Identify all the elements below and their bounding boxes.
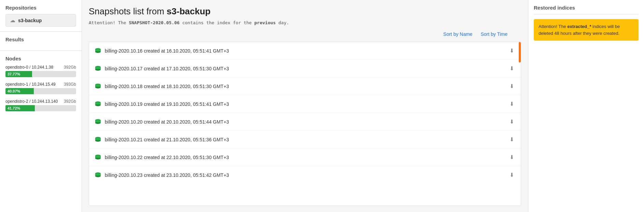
title-from: from [146, 6, 167, 16]
snapshot-name: billing-2020.10.19 created at 19.10.2020… [105, 101, 229, 107]
snapshots-container: billing-2020.10.16 created at 16.10.2020… [89, 42, 521, 184]
node-name: opendistro-1 / 10.244.15.49 [5, 82, 56, 87]
svg-point-23 [95, 138, 101, 140]
sort-by-time-button[interactable]: Sort by Time [476, 30, 512, 38]
progress-bar-bg: 40.07% [5, 88, 76, 94]
right-panel-title: Restored indices [534, 5, 639, 14]
database-icon [95, 136, 101, 143]
warning-prefix: Attention! The [539, 24, 566, 29]
main-content: Snapshots list from s3-backup Attention!… [82, 0, 528, 212]
database-icon [95, 65, 101, 72]
progress-label: 37.77% [8, 72, 20, 76]
nodes-title: Nodes [5, 56, 76, 61]
snapshot-row: billing-2020.10.21 created at 21.10.2020… [89, 131, 521, 149]
scroll-indicator [519, 42, 521, 62]
node-item: opendistro-1 / 10.244.15.49 393Gb 40.07% [5, 82, 76, 94]
snapshot-left: billing-2020.10.19 created at 19.10.2020… [95, 101, 229, 108]
page-title: Snapshots list from s3-backup [89, 6, 521, 17]
snapshot-name: billing-2020.10.20 created at 20.10.2020… [105, 119, 229, 125]
results-section: Results [0, 32, 82, 51]
snapshots-list: billing-2020.10.16 created at 16.10.2020… [89, 42, 521, 206]
snapshot-name: billing-2020.10.21 created at 21.10.2020… [105, 137, 229, 142]
results-title: Results [5, 37, 76, 42]
snapshot-name: billing-2020.10.18 created at 18.10.2020… [105, 84, 229, 89]
svg-point-15 [95, 102, 101, 104]
snapshot-left: billing-2020.10.22 created at 22.10.2020… [95, 154, 229, 161]
progress-bar-bg: 41.72% [5, 105, 76, 111]
snapshot-row: billing-2020.10.20 created at 20.10.2020… [89, 113, 521, 131]
download-icon[interactable]: ⬇ [508, 170, 515, 180]
sidebar: Repositories ☁ s3-backup Results Nodes o… [0, 0, 82, 212]
node-item: opendistro-2 / 10.244.13.140 392Gb 41.72… [5, 99, 76, 111]
svg-point-7 [95, 67, 101, 69]
node-size: 392Gb [64, 99, 76, 104]
progress-bar-bg: 37.77% [5, 71, 76, 77]
snapshot-name: billing-2020.10.22 created at 22.10.2020… [105, 155, 229, 160]
title-prefix: Snapshots list [89, 6, 144, 16]
snapshot-row: billing-2020.10.16 created at 16.10.2020… [89, 42, 521, 60]
attention-banner: Attention! The SNAPSHOT-2020.05.06 conta… [89, 20, 521, 25]
snapshot-row: billing-2020.10.23 created at 23.10.2020… [89, 166, 521, 184]
snapshot-row: billing-2020.10.22 created at 22.10.2020… [89, 149, 521, 166]
node-header: opendistro-2 / 10.244.13.140 392Gb [5, 99, 76, 104]
snapshot-name: billing-2020.10.16 created at 16.10.2020… [105, 48, 229, 54]
snapshot-left: billing-2020.10.21 created at 21.10.2020… [95, 136, 229, 143]
database-icon [95, 154, 101, 161]
download-icon[interactable]: ⬇ [508, 153, 515, 162]
cloud-icon: ☁ [10, 17, 15, 24]
snapshot-left: billing-2020.10.23 created at 23.10.2020… [95, 172, 229, 179]
progress-label: 40.07% [8, 89, 20, 93]
snapshot-name: billing-2020.10.17 created at 17.10.2020… [105, 66, 229, 71]
sort-bar: Sort by Name Sort by Time [89, 30, 521, 38]
snapshot-left: billing-2020.10.17 created at 17.10.2020… [95, 65, 229, 72]
svg-point-31 [95, 173, 101, 175]
download-icon[interactable]: ⬇ [508, 117, 515, 126]
warning-highlight: extracted_* [567, 24, 591, 29]
snapshot-left: billing-2020.10.20 created at 20.10.2020… [95, 118, 229, 125]
svg-point-11 [95, 85, 101, 87]
download-icon[interactable]: ⬇ [508, 64, 515, 73]
node-size: 393Gb [64, 82, 76, 87]
node-header: opendistro-1 / 10.244.15.49 393Gb [5, 82, 76, 87]
snapshot-row: billing-2020.10.19 created at 19.10.2020… [89, 95, 521, 113]
download-icon[interactable]: ⬇ [508, 99, 515, 109]
snapshot-row: billing-2020.10.17 created at 17.10.2020… [89, 60, 521, 77]
sort-by-name-button[interactable]: Sort by Name [439, 30, 477, 38]
repo-item[interactable]: ☁ s3-backup [5, 14, 76, 27]
database-icon [95, 118, 101, 125]
repo-name: s3-backup [18, 18, 42, 23]
svg-point-19 [95, 120, 101, 122]
database-icon [95, 172, 101, 179]
database-icon [95, 83, 101, 90]
title-repo: s3-backup [167, 6, 211, 16]
snapshot-left: billing-2020.10.16 created at 16.10.2020… [95, 47, 229, 54]
warning-box: Attention! The extracted_* indices will … [534, 19, 639, 41]
right-panel: Restored indices Attention! The extracte… [528, 0, 644, 212]
database-icon [95, 47, 101, 54]
nodes-section: Nodes opendistro-0 / 10.244.1.38 392Gb 3… [0, 51, 82, 212]
snapshot-row: billing-2020.10.18 created at 18.10.2020… [89, 77, 521, 95]
progress-label: 41.72% [8, 106, 20, 110]
nodes-container: opendistro-0 / 10.244.1.38 392Gb 37.77% … [5, 65, 76, 111]
repositories-title: Repositories [5, 5, 76, 11]
download-icon[interactable]: ⬇ [508, 135, 515, 144]
download-icon[interactable]: ⬇ [508, 46, 515, 55]
svg-point-3 [95, 49, 101, 51]
node-item: opendistro-0 / 10.244.1.38 392Gb 37.77% [5, 65, 76, 77]
node-size: 392Gb [64, 65, 76, 70]
node-name: opendistro-0 / 10.244.1.38 [5, 65, 53, 70]
database-icon [95, 101, 101, 108]
svg-point-27 [95, 156, 101, 158]
node-name: opendistro-2 / 10.244.13.140 [5, 99, 58, 104]
repositories-section: Repositories ☁ s3-backup [0, 0, 82, 32]
download-icon[interactable]: ⬇ [508, 82, 515, 91]
snapshot-name: billing-2020.10.23 created at 23.10.2020… [105, 172, 229, 178]
node-header: opendistro-0 / 10.244.1.38 392Gb [5, 65, 76, 70]
snapshot-left: billing-2020.10.18 created at 18.10.2020… [95, 83, 229, 90]
